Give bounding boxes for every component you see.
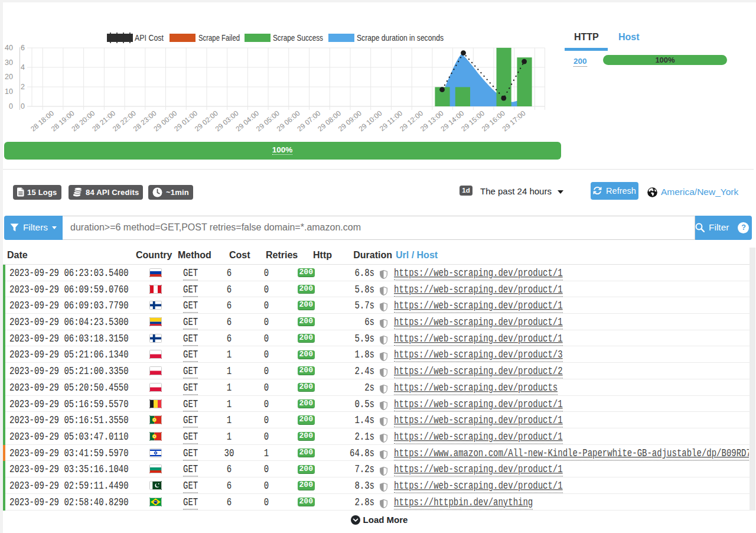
svg-text:40: 40 <box>5 44 13 52</box>
svg-text:6: 6 <box>21 44 25 52</box>
svg-text:29 10:00: 29 10:00 <box>357 109 384 133</box>
svg-text:30: 30 <box>5 58 13 67</box>
svg-text:10: 10 <box>5 87 13 96</box>
svg-text:2: 2 <box>21 83 25 91</box>
svg-text:Scrape Failed: Scrape Failed <box>198 33 240 43</box>
svg-text:20: 20 <box>5 73 13 81</box>
svg-text:0: 0 <box>9 102 13 110</box>
svg-text:29 17:00: 29 17:00 <box>501 109 527 133</box>
svg-text:Scrape Success: Scrape Success <box>273 33 323 43</box>
svg-text:Scrape duration in seconds: Scrape duration in seconds <box>357 33 444 43</box>
svg-text:0: 0 <box>21 102 25 110</box>
svg-text:API Cost: API Cost <box>135 33 164 43</box>
svg-text:4: 4 <box>21 63 25 72</box>
